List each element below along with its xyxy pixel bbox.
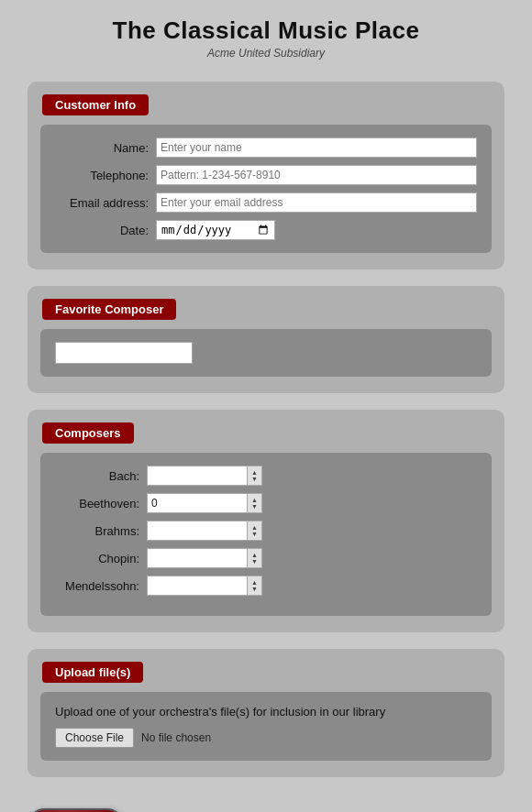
upload-card: Upload file(s) Upload one of your orches… (28, 649, 504, 777)
choose-file-button[interactable]: Choose File (55, 728, 134, 748)
upload-legend: Upload file(s) (42, 662, 143, 683)
mendelssohn-spinner: ▲ ▼ (147, 576, 262, 596)
chopin-up-arrow[interactable]: ▲ (251, 552, 258, 558)
beethoven-up-arrow[interactable]: ▲ (251, 497, 258, 503)
mendelssohn-label: Mendelssohn: (55, 579, 147, 593)
bach-row: Bach: ▲ ▼ (55, 466, 477, 486)
email-input[interactable] (156, 192, 477, 213)
chopin-spinner-arrows[interactable]: ▲ ▼ (248, 548, 262, 568)
page-header: The Classical Music Place Acme United Su… (0, 0, 532, 65)
bach-label: Bach: (55, 469, 147, 483)
brahms-row: Brahms: ▲ ▼ (55, 521, 477, 541)
page-title: The Classical Music Place (0, 16, 532, 45)
brahms-label: Brahms: (55, 524, 147, 538)
favorite-composer-card: Favorite Composer (28, 286, 504, 393)
beethoven-down-arrow[interactable]: ▼ (251, 503, 258, 510)
favorite-composer-legend: Favorite Composer (42, 299, 176, 320)
telephone-row: Telephone: (55, 165, 477, 185)
brahms-up-arrow[interactable]: ▲ (251, 524, 258, 531)
submit-area: Submit (28, 799, 504, 812)
composers-card: Composers Bach: ▲ ▼ Beethoven: (28, 410, 504, 632)
beethoven-label: Beethoven: (55, 497, 147, 510)
chopin-row: Chopin: ▲ ▼ (55, 548, 477, 568)
submit-button[interactable]: Submit (28, 808, 124, 812)
name-label: Name: (55, 141, 156, 155)
brahms-spinner-arrows[interactable]: ▲ ▼ (248, 521, 262, 541)
brahms-spinner: ▲ ▼ (147, 521, 262, 541)
beethoven-spinner-arrows[interactable]: ▲ ▼ (248, 493, 262, 513)
composers-legend: Composers (42, 422, 134, 444)
bach-down-arrow[interactable]: ▼ (251, 476, 258, 482)
date-label: Date: (55, 224, 156, 237)
upload-description: Upload one of your orchestra's file(s) f… (55, 705, 477, 719)
bach-up-arrow[interactable]: ▲ (251, 469, 258, 476)
chopin-label: Chopin: (55, 552, 147, 565)
favorite-composer-row (55, 342, 477, 364)
beethoven-input[interactable] (147, 493, 248, 513)
composers-inner: Bach: ▲ ▼ Beethoven: ▲ ▼ (40, 453, 492, 616)
beethoven-spinner: ▲ ▼ (147, 493, 262, 513)
bach-spinner: ▲ ▼ (147, 466, 262, 486)
upload-inner: Upload one of your orchestra's file(s) f… (40, 692, 492, 761)
telephone-label: Telephone: (55, 169, 156, 182)
date-row: Date: (55, 220, 477, 240)
email-row: Email address: (55, 192, 477, 213)
beethoven-row: Beethoven: ▲ ▼ (55, 493, 477, 513)
brahms-input[interactable] (147, 521, 248, 541)
customer-info-card: Customer Info Name: Telephone: Email add… (28, 82, 504, 269)
page-subtitle: Acme United Subsidiary (0, 47, 532, 60)
name-input[interactable] (156, 137, 477, 158)
brahms-down-arrow[interactable]: ▼ (251, 531, 258, 537)
customer-info-legend: Customer Info (42, 94, 149, 115)
favorite-composer-input[interactable] (55, 342, 193, 364)
no-file-label: No file chosen (141, 731, 211, 744)
email-label: Email address: (55, 196, 156, 210)
mendelssohn-down-arrow[interactable]: ▼ (251, 586, 258, 592)
customer-info-inner: Name: Telephone: Email address: Date: (40, 125, 492, 253)
mendelssohn-up-arrow[interactable]: ▲ (251, 579, 258, 586)
mendelssohn-row: Mendelssohn: ▲ ▼ (55, 576, 477, 596)
chopin-input[interactable] (147, 548, 248, 568)
name-row: Name: (55, 137, 477, 158)
chopin-down-arrow[interactable]: ▼ (251, 558, 258, 565)
date-input[interactable] (156, 220, 275, 240)
favorite-composer-inner (40, 329, 492, 377)
telephone-input[interactable] (156, 165, 477, 185)
chopin-spinner: ▲ ▼ (147, 548, 262, 568)
mendelssohn-input[interactable] (147, 576, 248, 596)
mendelssohn-spinner-arrows[interactable]: ▲ ▼ (248, 576, 262, 596)
file-upload-row: Choose File No file chosen (55, 728, 477, 748)
bach-spinner-arrows[interactable]: ▲ ▼ (248, 466, 262, 486)
form-container: Customer Info Name: Telephone: Email add… (28, 82, 504, 812)
bach-input[interactable] (147, 466, 248, 486)
